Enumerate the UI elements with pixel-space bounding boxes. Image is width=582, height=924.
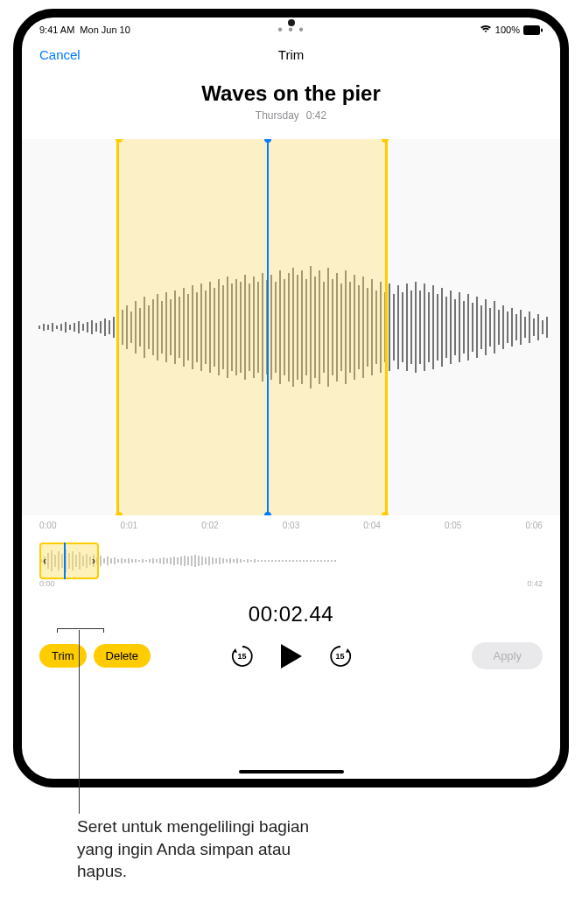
overview-waveform <box>39 546 543 576</box>
trim-handle-right[interactable] <box>382 139 389 515</box>
ruler-tick: 0:01 <box>121 521 137 530</box>
battery-icon <box>523 25 543 35</box>
overview-handle-left-icon[interactable]: ‹ <box>43 555 46 567</box>
recording-day: Thursday <box>256 109 299 122</box>
ruler-tick: 0:03 <box>283 521 299 530</box>
callout-line <box>79 630 80 814</box>
skip-forward-label: 15 <box>335 652 344 661</box>
ruler-tick: 0:02 <box>201 521 218 530</box>
waveform-main[interactable]: placeholder <box>22 139 560 515</box>
callout-text: Seret untuk mengelilingi bagian yang ing… <box>77 816 340 883</box>
wifi-icon <box>480 24 492 35</box>
overview-track[interactable]: ‹ › <box>39 546 543 576</box>
home-indicator[interactable] <box>239 770 344 774</box>
ruler-tick: 0:00 <box>39 521 56 530</box>
ruler-tick: 0:04 <box>363 521 380 530</box>
play-button[interactable] <box>281 644 302 668</box>
recording-duration: 0:42 <box>306 109 326 122</box>
skip-back-button[interactable]: 15 <box>228 642 256 670</box>
callout-bracket <box>57 628 103 629</box>
skip-forward-button[interactable]: 15 <box>326 642 354 670</box>
playhead[interactable] <box>267 139 269 515</box>
overview-selection[interactable]: ‹ › <box>39 542 99 579</box>
status-time: 9:41 AM <box>39 24 74 35</box>
current-time: 00:02.44 <box>22 602 560 626</box>
nav-title: Trim <box>278 47 304 62</box>
overview-time: 0:00 0:42 <box>39 579 543 588</box>
callout-bracket <box>103 628 104 633</box>
trim-selection[interactable] <box>116 139 388 515</box>
skip-back-label: 15 <box>237 652 246 661</box>
overview-end: 0:42 <box>527 579 543 588</box>
multitask-dots[interactable]: • • • <box>277 22 305 38</box>
svg-rect-1 <box>541 28 543 32</box>
status-date: Mon Jun 10 <box>80 24 130 35</box>
time-ruler: 0:00 0:01 0:02 0:03 0:04 0:05 0:06 <box>22 515 560 530</box>
ruler-tick: 0:05 <box>445 521 461 530</box>
trim-handle-left[interactable] <box>116 139 123 515</box>
battery-pct: 100% <box>495 24 520 35</box>
recording-header: Waves on the pier Thursday 0:42 <box>22 81 560 122</box>
controls-row: Trim Delete 15 15 Apply <box>22 626 560 669</box>
ipad-frame: 9:41 AM Mon Jun 10 • • • 100% Cancel Tri… <box>13 9 569 788</box>
cancel-button[interactable]: Cancel <box>39 47 81 62</box>
overview-handle-right-icon[interactable]: › <box>92 555 95 567</box>
overview-playhead[interactable] <box>64 542 66 579</box>
nav-bar: Cancel Trim <box>22 38 560 71</box>
svg-rect-0 <box>523 25 540 35</box>
delete-button[interactable]: Delete <box>94 644 151 668</box>
ruler-tick: 0:06 <box>525 521 542 530</box>
apply-button[interactable]: Apply <box>472 642 543 669</box>
callout-bracket <box>57 628 58 633</box>
overview-start: 0:00 <box>39 579 55 588</box>
recording-title: Waves on the pier <box>22 81 560 106</box>
